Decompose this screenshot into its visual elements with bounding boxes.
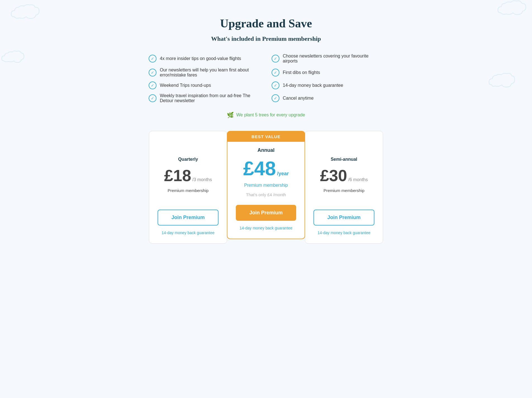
feature-item: ✓ Our newsletters will help you learn fi… xyxy=(149,68,260,78)
page-title: Upgrade and Save xyxy=(146,17,386,30)
feature-text: First dibs on flights xyxy=(283,70,320,75)
feature-text: Weekly travel inspiration from our ad-fr… xyxy=(160,93,260,103)
check-icon: ✓ xyxy=(149,94,156,102)
price-row: £30 /6 months xyxy=(314,167,374,184)
join-premium-button[interactable]: Join Premium xyxy=(314,210,374,226)
price-period: /6 months xyxy=(348,177,368,182)
feature-text: Cancel anytime xyxy=(283,96,314,101)
tree-banner: 🌿 We plant 5 trees for every upgrade xyxy=(146,112,386,118)
membership-label: Premium membership xyxy=(158,188,218,193)
pricing-section: Quarterly £18 /3 months Premium membersh… xyxy=(146,131,386,244)
tree-icon: 🌿 xyxy=(227,112,234,118)
feature-text: 14-day money back guarantee xyxy=(283,83,343,88)
feature-item: ✓ Weekend Trips round-ups xyxy=(149,81,260,89)
feature-text: 4x more insider tips on good-value fligh… xyxy=(160,56,241,61)
join-premium-button[interactable]: Join Premium xyxy=(236,205,296,221)
feature-item: ✓ Cancel anytime xyxy=(272,93,383,103)
membership-label: Premium membership xyxy=(314,188,374,193)
plan-name: Quarterly xyxy=(158,157,218,162)
price-amount: £18 xyxy=(164,167,191,184)
join-premium-button[interactable]: Join Premium xyxy=(158,210,218,226)
best-value-badge: BEST VALUE xyxy=(227,131,305,142)
price-row: £18 /3 months xyxy=(158,167,218,184)
feature-text: Choose newsletters covering your favouri… xyxy=(283,54,383,64)
feature-item: ✓ Weekly travel inspiration from our ad-… xyxy=(149,93,260,103)
feature-text: Our newsletters will help you learn firs… xyxy=(160,68,260,78)
check-icon: ✓ xyxy=(149,69,156,76)
check-icon: ✓ xyxy=(272,69,279,76)
price-amount: £48 xyxy=(243,159,276,178)
price-amount: £30 xyxy=(320,167,347,184)
feature-text: Weekend Trips round-ups xyxy=(160,83,211,88)
feature-item: ✓ 14-day money back guarantee xyxy=(272,81,383,89)
guarantee-text: 14-day money back guarantee xyxy=(236,226,296,230)
price-row: £48 /year xyxy=(236,159,296,178)
feature-item: ✓ 4x more insider tips on good-value fli… xyxy=(149,54,260,64)
monthly-equiv: That's only £4 /month xyxy=(236,192,296,197)
pricing-card-semi-annual: Semi-annual £30 /6 months Premium member… xyxy=(305,131,383,244)
price-period: /3 months xyxy=(192,177,212,182)
check-icon: ✓ xyxy=(149,55,156,63)
check-icon: ✓ xyxy=(149,81,156,89)
plan-name: Semi-annual xyxy=(314,157,374,162)
pricing-card-quarterly: Quarterly £18 /3 months Premium membersh… xyxy=(149,131,227,244)
price-period: /year xyxy=(277,171,289,177)
features-grid: ✓ 4x more insider tips on good-value fli… xyxy=(146,54,386,103)
plan-name: Annual xyxy=(236,147,296,153)
tree-message: We plant 5 trees for every upgrade xyxy=(236,112,305,118)
check-icon: ✓ xyxy=(272,55,279,63)
feature-item: ✓ Choose newsletters covering your favou… xyxy=(272,54,383,64)
membership-label: Premium membership xyxy=(236,183,296,188)
pricing-card-annual: BEST VALUE Annual £48 /year Premium memb… xyxy=(227,131,305,239)
check-icon: ✓ xyxy=(272,81,279,89)
check-icon: ✓ xyxy=(272,94,279,102)
guarantee-text: 14-day money back guarantee xyxy=(158,231,218,235)
feature-item: ✓ First dibs on flights xyxy=(272,68,383,78)
guarantee-text: 14-day money back guarantee xyxy=(314,231,374,235)
page-subtitle: What's included in Premium membership xyxy=(146,35,386,42)
